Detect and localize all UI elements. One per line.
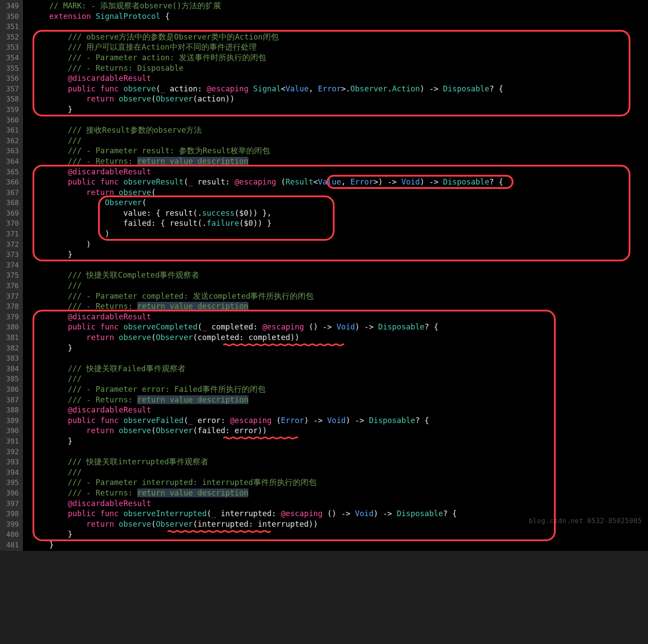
code-line[interactable]: /// 快捷关联Completed事件观察者: [31, 270, 648, 281]
code-line[interactable]: [31, 447, 648, 457]
line-number: 398: [6, 509, 19, 519]
line-number: 393: [6, 457, 19, 467]
code-line[interactable]: extension SignalProtocol {: [31, 11, 648, 22]
code-token: Void: [327, 416, 346, 425]
code-token: ? {: [489, 84, 503, 93]
code-token: ///: [68, 468, 82, 477]
code-token: /// 快捷关联Failed事件观察者: [68, 364, 185, 373]
code-token: >.: [341, 84, 350, 93]
code-line[interactable]: Observer(: [31, 198, 648, 208]
code-line[interactable]: /// - Parameter completed: 发送completed事件…: [31, 291, 648, 302]
code-line[interactable]: [31, 115, 648, 126]
line-number: 395: [6, 478, 19, 488]
code-line[interactable]: @discardableResult: [31, 73, 648, 84]
code-line[interactable]: // MARK: - 添加观察者observe()方法的扩展: [31, 1, 648, 11]
code-token: [95, 84, 100, 93]
code-token: [31, 281, 68, 290]
code-line[interactable]: /// - Returns: return value description: [31, 488, 648, 499]
code-token: return value description: [137, 157, 248, 166]
code-line[interactable]: [31, 22, 648, 32]
code-line[interactable]: }: [31, 529, 648, 540]
code-line[interactable]: /// 快捷关联interrupted事件观察者: [31, 457, 648, 467]
line-number: 352: [6, 32, 19, 43]
code-line[interactable]: ): [31, 229, 648, 239]
code-token: interrupted:: [216, 509, 281, 518]
code-token: Observer: [350, 84, 387, 93]
code-line[interactable]: return observe(Observer(failed: error)): [31, 426, 648, 436]
code-token: /// observe方法中的参数是Observer类中的Action闭包: [68, 33, 278, 41]
code-line[interactable]: public func observeFailed(_ error: @esca…: [31, 416, 648, 426]
code-token: @escaping: [262, 322, 304, 331]
code-token: observeResult: [124, 177, 184, 186]
code-token: return: [86, 426, 114, 435]
code-line[interactable]: public func observe(_ action: @escaping …: [31, 84, 648, 94]
code-line[interactable]: public func observeInterrupted(_ interru…: [31, 509, 648, 519]
code-token: /// - Returns:: [68, 157, 137, 166]
code-token: [31, 499, 68, 508]
code-line[interactable]: ///: [31, 136, 648, 146]
code-line[interactable]: }: [31, 343, 648, 354]
code-line[interactable]: value: { result(.success($0)) },: [31, 208, 648, 219]
code-token: }: [31, 530, 73, 539]
code-token: [31, 302, 68, 311]
code-token: observe: [119, 94, 151, 103]
code-line[interactable]: }: [31, 105, 648, 115]
code-line[interactable]: /// - Parameter interrupted: interrupted…: [31, 478, 648, 488]
code-line[interactable]: /// observe方法中的参数是Observer类中的Action闭包: [31, 32, 648, 43]
code-token: failure: [207, 219, 239, 228]
code-line[interactable]: @discardableResult: [31, 312, 648, 322]
code-line[interactable]: }: [31, 540, 648, 550]
code-line[interactable]: return observe(: [31, 188, 648, 198]
code-token: @escaping: [281, 509, 323, 518]
code-token: ) ->: [420, 84, 443, 93]
code-token: Observer: [156, 426, 193, 435]
code-line[interactable]: return observe(Observer(action)): [31, 94, 648, 105]
code-line[interactable]: @discardableResult: [31, 405, 648, 416]
code-line[interactable]: [31, 260, 648, 271]
line-number: 373: [6, 250, 19, 260]
code-token: [119, 322, 124, 331]
code-token: ,: [309, 84, 318, 93]
code-line[interactable]: ///: [31, 281, 648, 291]
code-line[interactable]: /// - Returns: return value description: [31, 301, 648, 312]
code-line[interactable]: return observe(Observer(completed: compl…: [31, 333, 648, 343]
code-token: observeInterrupted: [124, 509, 207, 518]
code-line[interactable]: /// 接收Result参数的observe方法: [31, 125, 648, 136]
code-token: _: [160, 84, 165, 93]
code-line[interactable]: /// 快捷关联Failed事件观察者: [31, 364, 648, 374]
code-line[interactable]: /// - Returns: return value description: [31, 156, 648, 167]
code-token: [31, 12, 49, 21]
code-token: /// 快捷关联Completed事件观察者: [68, 271, 199, 279]
code-token: ) ->: [355, 322, 379, 331]
code-line[interactable]: /// - Returns: return value description: [31, 395, 648, 405]
code-token: [31, 333, 86, 342]
code-line[interactable]: @discardableResult: [31, 167, 648, 177]
code-area[interactable]: // MARK: - 添加观察者observe()方法的扩展 extension…: [23, 0, 648, 551]
code-token: public: [68, 177, 95, 186]
code-line[interactable]: }: [31, 250, 648, 260]
code-line[interactable]: ): [31, 239, 648, 250]
code-line[interactable]: public func observeCompleted(_ completed…: [31, 322, 648, 333]
line-number: 356: [6, 73, 19, 84]
code-line[interactable]: ///: [31, 467, 648, 478]
code-line[interactable]: ///: [31, 374, 648, 384]
code-line[interactable]: /// - Parameter result: 参数为Result枚举的闭包: [31, 146, 648, 156]
code-line[interactable]: }: [31, 436, 648, 447]
line-number: 362: [6, 136, 19, 146]
code-line[interactable]: /// - Parameter action: 发送事件时所执行的闭包: [31, 53, 648, 63]
code-line[interactable]: @discardableResult: [31, 499, 648, 509]
code-token: _: [188, 177, 193, 186]
code-token: [31, 312, 68, 321]
code-token: Error: [281, 416, 304, 425]
line-number: 396: [6, 488, 19, 499]
code-line[interactable]: /// - Returns: Disposable: [31, 63, 648, 74]
code-token: (: [272, 416, 281, 425]
code-line[interactable]: [31, 353, 648, 364]
code-line[interactable]: failed: { result(.failure($0)) }: [31, 218, 648, 229]
code-token: [31, 520, 86, 528]
code-line[interactable]: return observe(Observer(interrupted: int…: [31, 519, 648, 530]
line-number: 350: [6, 11, 19, 22]
code-line[interactable]: public func observeResult(_ result: @esc…: [31, 177, 648, 188]
code-line[interactable]: /// 用户可以直接在Action中对不同的事件进行处理: [31, 42, 648, 53]
code-line[interactable]: /// - Parameter error: Failed事件所执行的闭包: [31, 384, 648, 395]
